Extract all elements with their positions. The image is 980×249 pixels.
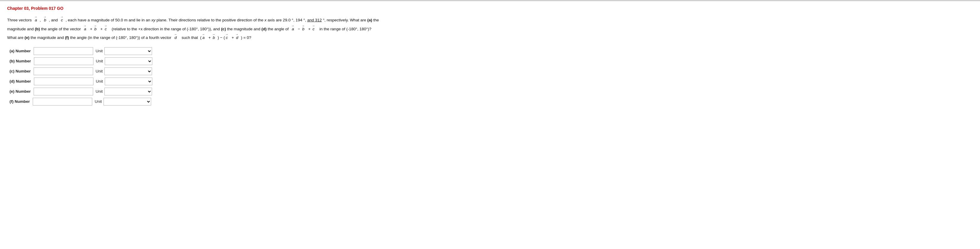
answer-row-a: (a) Number Unit m degrees radians <box>10 47 469 55</box>
vec-b2: b <box>94 24 99 33</box>
select-a-unit[interactable]: m degrees radians <box>104 47 152 55</box>
vector-c: c <box>60 15 65 24</box>
label-f: (f) Number <box>10 99 31 104</box>
problem-line3: What are (e) the magnitude and (f) the a… <box>7 32 469 41</box>
input-d-number[interactable] <box>34 78 94 85</box>
vec-b3: b <box>302 24 307 33</box>
answer-row-f: (f) Number Unit m degrees radians <box>10 98 469 105</box>
vector-a: a <box>34 15 40 24</box>
unit-label-b: Unit <box>95 59 103 63</box>
vec-d: d <box>174 32 179 41</box>
vec-b4: b <box>212 32 218 41</box>
unit-label-c: Unit <box>95 69 103 73</box>
vec-c2: c <box>104 24 109 33</box>
input-f-number[interactable] <box>33 98 92 105</box>
answer-row-e: (e) Number Unit m degrees radians <box>10 88 469 95</box>
select-e-unit[interactable]: m degrees radians <box>104 88 152 95</box>
answers-section: (a) Number Unit m degrees radians (b) Nu… <box>10 47 469 105</box>
problem-line1: Three vectors a, b, and c, each have a m… <box>7 15 469 24</box>
vec-a3: a <box>291 24 297 33</box>
label-e: (e) Number <box>10 89 32 94</box>
vec-a2: a <box>83 24 89 33</box>
answer-row-d: (d) Number Unit m degrees radians <box>10 78 469 85</box>
unit-label-d: Unit <box>95 79 103 84</box>
select-f-unit[interactable]: m degrees radians <box>103 98 151 105</box>
unit-label-e: Unit <box>95 89 103 94</box>
unit-label-f: Unit <box>94 99 102 104</box>
input-e-number[interactable] <box>33 88 93 95</box>
label-a: (a) Number <box>10 49 32 53</box>
problem-text: Three vectors a, b, and c, each have a m… <box>7 15 469 41</box>
vec-d2: d <box>235 32 241 41</box>
input-b-number[interactable] <box>34 57 94 65</box>
select-c-unit[interactable]: m degrees radians <box>104 67 152 75</box>
select-d-unit[interactable]: m degrees radians <box>105 78 152 85</box>
label-b: (b) Number <box>10 59 32 63</box>
answer-row-b: (b) Number Unit m degrees radians <box>10 57 469 65</box>
vec-a4: a <box>202 32 207 41</box>
input-c-number[interactable] <box>33 67 93 75</box>
chapter-title: Chapter 03, Problem 017 GO <box>7 6 469 11</box>
label-c: (c) Number <box>10 69 32 73</box>
vec-c4: c <box>225 32 230 41</box>
problem-line2: magnitude and (b) the angle of the vecto… <box>7 24 469 33</box>
label-d: (d) Number <box>10 79 32 84</box>
answer-row-c: (c) Number Unit m degrees radians <box>10 67 469 75</box>
input-a-number[interactable] <box>33 47 93 55</box>
select-b-unit[interactable]: m degrees radians <box>105 57 152 65</box>
unit-label-a: Unit <box>95 49 103 53</box>
vec-c3: c <box>312 24 317 33</box>
vector-b: b <box>43 15 49 24</box>
